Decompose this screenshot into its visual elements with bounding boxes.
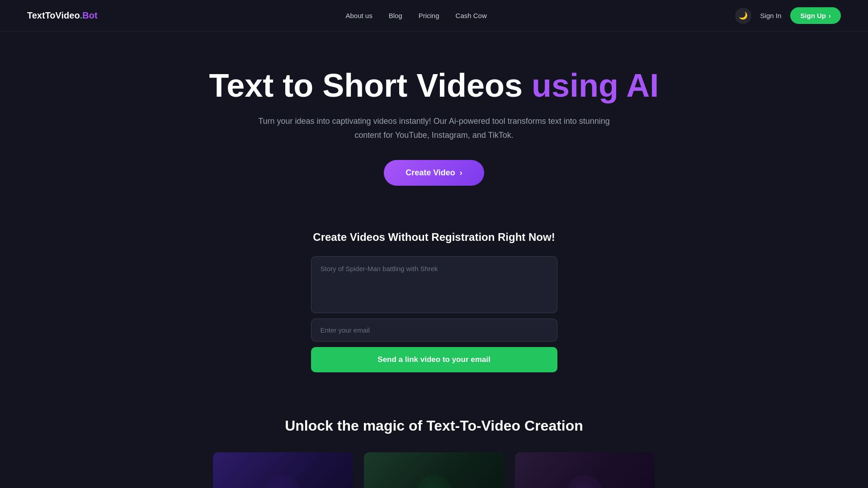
- nav-about-us[interactable]: About us: [345, 12, 372, 19]
- create-video-label: Create Video: [406, 168, 455, 178]
- unlock-heading: Unlock the magic of Text-To-Video Creati…: [9, 418, 859, 434]
- arrow-right-icon: ›: [829, 12, 831, 19]
- theme-toggle-button[interactable]: 🌙: [735, 8, 751, 24]
- logo-text: TextToVideo: [27, 10, 80, 20]
- hero-title: Text to Short Videos using AI: [9, 68, 859, 103]
- card-3-decoration: [515, 452, 655, 488]
- send-link-button[interactable]: Send a link video to your email: [311, 347, 557, 372]
- textarea-wrapper: [311, 256, 557, 313]
- nav-right: 🌙 Sign In Sign Up ›: [735, 7, 841, 24]
- form-section: Create Videos Without Registration Right…: [0, 213, 868, 390]
- hero-section: Text to Short Videos using AI Turn your …: [0, 32, 868, 213]
- card-2-decoration: [364, 452, 504, 488]
- create-video-button[interactable]: Create Video ›: [384, 160, 484, 186]
- sign-up-label: Sign Up: [800, 12, 826, 19]
- video-cards: "The Laughter and Tears of ↗ Mexico The …: [9, 452, 859, 488]
- logo-bot: Bot: [82, 10, 97, 20]
- hero-title-part1: Text to Short Videos: [209, 67, 532, 103]
- video-card-2: Mexico The Colorful Day of ↗: [364, 452, 504, 488]
- sign-up-button[interactable]: Sign Up ›: [790, 7, 841, 24]
- email-field[interactable]: [311, 319, 557, 341]
- sign-in-button[interactable]: Sign In: [760, 12, 782, 19]
- nav-blog[interactable]: Blog: [389, 12, 402, 19]
- form-section-heading: Create Videos Without Registration Right…: [9, 231, 859, 244]
- video-card-3: The Alhambra: Nasrid palace ↗: [515, 452, 655, 488]
- hero-subtitle: Turn your ideas into captivating videos …: [258, 114, 610, 142]
- hero-title-highlight: using AI: [532, 67, 659, 103]
- card-1-decoration: [213, 452, 353, 488]
- nav-links: About us Blog Pricing Cash Cow: [345, 12, 486, 20]
- unlock-section: Unlock the magic of Text-To-Video Creati…: [0, 390, 868, 488]
- nav-pricing[interactable]: Pricing: [419, 12, 439, 19]
- logo: TextToVideo.Bot: [27, 10, 98, 21]
- create-video-arrow-icon: ›: [460, 168, 462, 178]
- video-story-textarea[interactable]: [311, 257, 557, 311]
- navbar: TextToVideo.Bot About us Blog Pricing Ca…: [0, 0, 868, 32]
- email-input-wrapper: [311, 319, 557, 342]
- moon-icon: 🌙: [739, 11, 748, 20]
- video-card-1: "The Laughter and Tears of ↗: [213, 452, 353, 488]
- video-form: Send a link video to your email: [311, 256, 557, 372]
- nav-cash-cow[interactable]: Cash Cow: [456, 12, 487, 19]
